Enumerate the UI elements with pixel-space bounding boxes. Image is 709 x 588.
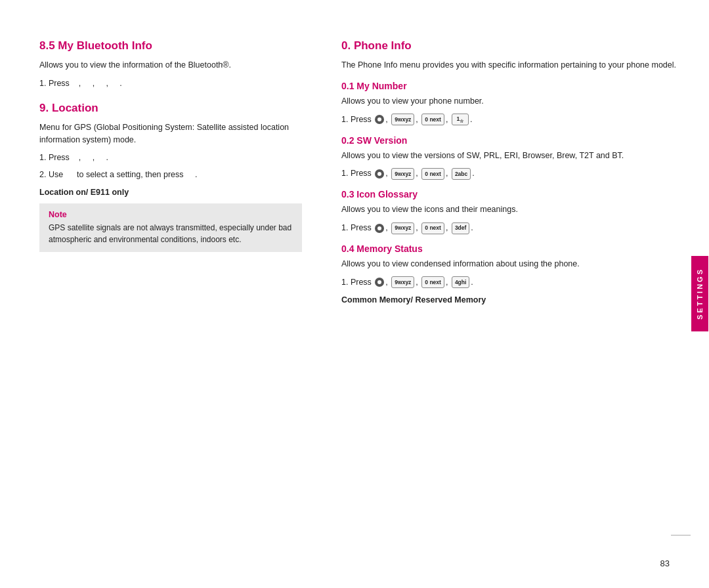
location-bold-note: Location on/ E911 only <box>39 188 302 197</box>
my-number-title: 0.1 My Number <box>341 81 683 91</box>
key-0next-2: 0 next <box>421 168 444 180</box>
menu-key-2 <box>375 169 384 178</box>
section-icon-glossary: 0.3 Icon Glossary Allows you to view the… <box>341 189 683 234</box>
settings-tab: SETTINGS <box>691 256 708 331</box>
page-container: 8.5 My Bluetooth Info Allows you to view… <box>0 0 709 588</box>
page-number: 83 <box>660 558 670 568</box>
key-4ghi: 4ghi <box>452 276 469 288</box>
key-0next-4: 0 next <box>421 276 444 288</box>
key-9wxyz-1: 9wxyz <box>391 114 414 125</box>
sw-version-title: 0.2 SW Version <box>341 135 683 146</box>
key-9wxyz-2: 9wxyz <box>391 168 414 180</box>
key-1-1: 1☆ <box>452 114 469 125</box>
memory-status-title: 0.4 Memory Status <box>341 243 683 254</box>
icon-glossary-title: 0.3 Icon Glossary <box>341 189 683 200</box>
key-9wxyz-4: 9wxyz <box>391 276 414 288</box>
location-step1: 1. Press , , . <box>39 151 302 164</box>
memory-bold-note: Common Memory/ Reserved Memory <box>341 295 683 304</box>
section-my-number: 0.1 My Number Allows you to view your ph… <box>341 81 683 126</box>
key-3def: 3def <box>452 222 469 234</box>
sw-version-body: Allows you to view the versions of SW, P… <box>341 150 683 162</box>
memory-status-step1: 1. Press , 9wxyz, 0 next, 4ghi. <box>341 276 683 289</box>
menu-key-4 <box>375 278 384 287</box>
menu-key-1 <box>375 115 384 124</box>
sw-version-step1: 1. Press , 9wxyz, 0 next, 2abc. <box>341 167 683 180</box>
key-9wxyz-3: 9wxyz <box>391 222 414 234</box>
section-phone-info: 0. Phone Info The Phone Info menu provid… <box>341 39 683 72</box>
phone-info-title: 0. Phone Info <box>341 39 683 52</box>
key-0next-1: 0 next <box>421 114 444 125</box>
icon-glossary-body: Allows you to view the icons and their m… <box>341 203 683 216</box>
divider-line <box>671 535 691 536</box>
right-column: 0. Phone Info The Phone Info menu provid… <box>328 39 683 562</box>
key-0next-3: 0 next <box>421 222 444 234</box>
location-body: Menu for GPS (Global Positioning System:… <box>39 121 302 146</box>
location-step2: 2. Use to select a setting, then press . <box>39 168 302 181</box>
phone-info-body: The Phone Info menu provides you with sp… <box>341 59 683 72</box>
note-text: GPS satellite signals are not always tra… <box>49 222 293 245</box>
note-box: Note GPS satellite signals are not alway… <box>39 203 302 252</box>
my-number-step1: 1. Press , 9wxyz, 0 next, 1☆. <box>341 113 683 126</box>
section-sw-version: 0.2 SW Version Allows you to view the ve… <box>341 135 683 180</box>
memory-status-body: Allows you to view condensed information… <box>341 258 683 270</box>
icon-glossary-step1: 1. Press , 9wxyz, 0 next, 3def. <box>341 221 683 234</box>
section-bluetooth: 8.5 My Bluetooth Info Allows you to view… <box>39 39 302 90</box>
section-location: 9. Location Menu for GPS (Global Positio… <box>39 102 302 253</box>
bluetooth-step1: 1. Press , , , . <box>39 77 302 90</box>
section-memory-status: 0.4 Memory Status Allows you to view con… <box>341 243 683 304</box>
key-2abc: 2abc <box>452 168 471 180</box>
bluetooth-body: Allows you to view the information of th… <box>39 59 302 72</box>
bluetooth-title: 8.5 My Bluetooth Info <box>39 39 302 52</box>
my-number-body: Allows you to view your phone number. <box>341 95 683 108</box>
left-column: 8.5 My Bluetooth Info Allows you to view… <box>39 39 328 562</box>
location-title: 9. Location <box>39 102 302 115</box>
menu-key-3 <box>375 224 384 233</box>
note-label: Note <box>49 210 293 219</box>
